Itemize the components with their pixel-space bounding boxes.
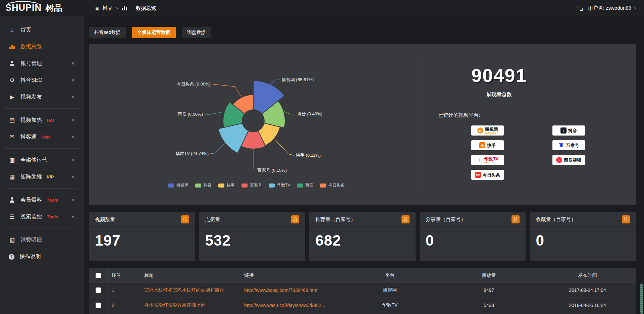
pie-label-0: 播视网 (65.61%) xyxy=(282,77,314,82)
chevron-down-icon: ∨ xyxy=(71,158,74,162)
cell-title-link[interactable]: 室外水纹灯和室内水纹灯的区别和简介 xyxy=(140,283,240,298)
sidebar-item-clue-monitor[interactable]: ☰线索监控Tools∨ xyxy=(0,208,84,225)
sidebar-item-label: 视频发布 xyxy=(20,94,42,101)
stat-card-title: 分享量（百家号） xyxy=(426,216,466,223)
sidebar-item-label: 全媒体运营 xyxy=(20,157,47,164)
legend-item-1[interactable]: 抖音 xyxy=(195,182,212,188)
sidebar-divider xyxy=(5,148,78,149)
cell-url-link[interactable]: http://www.boosj.com/7338468.html xyxy=(240,283,341,298)
chevron-down-icon: ∨ xyxy=(71,174,74,179)
platform-badge-boosj-logo: ▶播视网boosj.com xyxy=(471,125,504,136)
sidebar-item-badge: VIP xyxy=(47,174,54,179)
breadcrumb-chart-icon xyxy=(121,6,128,10)
breadcrumb: ▣ 树品 > 数据总览 xyxy=(95,0,156,16)
sidebar-divider xyxy=(5,108,78,109)
platforms-label: 已统计的视频平台: xyxy=(438,112,480,118)
screen-icon: ▤ xyxy=(9,117,15,124)
sidebar-item-data-overview[interactable]: 数据总览 xyxy=(0,38,84,55)
sidebar-item-label: 数据总览 xyxy=(20,43,42,50)
sidebar-divider xyxy=(5,228,78,228)
bar-chart-icon xyxy=(9,44,15,49)
legend-item-2[interactable]: 快手 xyxy=(218,182,235,188)
legend-item-4[interactable]: 华数TV xyxy=(269,182,290,188)
sidebar-item-home[interactable]: ⌂首页 xyxy=(0,21,84,38)
sidebar-item-douketong[interactable]: ✉抖客通New∨ xyxy=(0,128,84,145)
stat-card-value: 0 xyxy=(420,227,526,249)
total-impressions-value: 90491 xyxy=(432,64,566,86)
chevron-down-icon: ∨ xyxy=(71,214,74,219)
legend-item-0[interactable]: 播视网 xyxy=(168,182,189,188)
platform-name: 今日头条 xyxy=(483,173,500,177)
pie-label-2: 快手 (0.11%) xyxy=(296,153,321,158)
sidebar-item-consume-detail[interactable]: ▧消费明细 xyxy=(0,231,84,248)
cell-plays: 8497 xyxy=(439,283,539,298)
pie-hole xyxy=(242,109,265,132)
pie-label-3: 百家号 (0.15%) xyxy=(257,168,287,173)
legend-label: 抖音 xyxy=(204,182,212,188)
tab-2[interactable]: 询盘数据 xyxy=(182,27,211,38)
platform-badge-baijiahao-logo: 百百家号 xyxy=(552,140,585,150)
sidebar-item-video-heat[interactable]: ▤视频加热Hot∨ xyxy=(0,112,84,128)
platform-badge-xigua-logo: ◗西瓜视频 xyxy=(552,155,585,165)
tab-0[interactable]: 抖音seo数据 xyxy=(89,27,126,38)
pie-label-5: 西瓜 (0.00%) xyxy=(178,112,203,117)
total-badge: 总 xyxy=(401,215,410,223)
cell-title-link[interactable]: 楼体投影灯投影效果震撼上市 xyxy=(140,298,240,313)
username-label[interactable]: 用户名: zswodun88 xyxy=(588,5,631,11)
horizontal-divider xyxy=(438,105,560,105)
tab-1[interactable]: 全媒体运营数据 xyxy=(132,27,176,38)
stat-card-title: 视频数量 xyxy=(95,216,115,223)
cell-index: 2 xyxy=(108,298,140,313)
grid-icon: ▦ xyxy=(9,173,15,180)
user-icon xyxy=(9,61,15,66)
page-scrollbar[interactable] xyxy=(640,283,643,314)
legend-chip xyxy=(320,184,326,188)
chevron-down-icon[interactable]: ∨ xyxy=(634,6,637,10)
sidebar-divider xyxy=(5,188,78,189)
stat-card-value: 682 xyxy=(309,227,416,249)
legend-item-3[interactable]: 百家号 xyxy=(241,182,262,188)
legend-label: 百家号 xyxy=(250,182,262,188)
monitor-icon: ▣ xyxy=(9,157,15,164)
cell-url-link[interactable]: http://www.wasu.cn/Play/show/id/952... xyxy=(240,298,341,313)
row-checkbox[interactable] xyxy=(96,303,101,308)
wallet-icon: ▧ xyxy=(9,237,15,244)
sidebar-item-matrix-boost[interactable]: ▦矩阵助推VIP∨ xyxy=(0,168,84,185)
cell-publish-time: 2017-08-24 17:04 xyxy=(539,283,636,298)
platform-name: 快手 xyxy=(487,143,496,148)
chevron-down-icon: ∨ xyxy=(71,198,74,202)
platform-name: 播视网 xyxy=(485,127,498,132)
total-badge: 总 xyxy=(512,215,520,223)
legend-item-5[interactable]: 西瓜 xyxy=(297,182,313,188)
sliders-icon: ☰ xyxy=(9,213,15,220)
user-icon xyxy=(9,197,15,203)
select-all-checkbox[interactable] xyxy=(96,273,101,278)
boosj-logo: ▶ xyxy=(477,127,483,134)
home-icon: ⌂ xyxy=(9,27,15,33)
legend-item-6[interactable]: 今日头条 xyxy=(320,182,344,188)
sidebar-item-help[interactable]: ?操作说明 xyxy=(0,248,84,265)
stat-card-1: 点赞量 总 532 xyxy=(199,212,306,261)
dashboard-page: SHUPIN 树品 ▣ 树品 > 数据总览 用户名: zswodun88 ∨ ⌂… xyxy=(0,0,644,314)
sidebar-item-video-publish[interactable]: ▶视频发布∨ xyxy=(0,89,84,105)
row-checkbox[interactable] xyxy=(96,287,101,293)
fullscreen-icon[interactable] xyxy=(578,6,583,11)
stat-card-4: 收藏量（百家号） 总 0 xyxy=(530,212,636,261)
legend-chip xyxy=(241,184,248,188)
pie-label-line-2 xyxy=(275,140,294,155)
header-platform: 平台 xyxy=(341,268,439,282)
sidebar-item-douyin-seo[interactable]: ⚙抖音SEO∨ xyxy=(0,72,84,89)
sidebar-item-member-baoke[interactable]: 会员爆客Tools∨ xyxy=(0,192,84,208)
sidebar-item-account-manage[interactable]: 账号管理∨ xyxy=(0,55,84,72)
pie-label-line-1 xyxy=(284,111,295,114)
breadcrumb-current[interactable]: 数据总览 xyxy=(136,5,156,11)
breadcrumb-app-icon: ▣ xyxy=(95,6,99,11)
sidebar-item-badge: Tools xyxy=(47,198,58,203)
data-tabs: 抖音seo数据全媒体运营数据询盘数据 xyxy=(89,27,211,38)
platform-badge-wasu-logo: ✳华数TVwasu.cn xyxy=(471,155,504,165)
sidebar-item-label: 首页 xyxy=(20,27,31,34)
stat-card-0: 视频数量 总 197 xyxy=(89,212,195,261)
sidebar-item-media-operation[interactable]: ▣全媒体运营∨ xyxy=(0,152,84,168)
breadcrumb-root[interactable]: 树品 xyxy=(102,5,112,11)
platform-name: 西瓜视频 xyxy=(564,158,581,162)
